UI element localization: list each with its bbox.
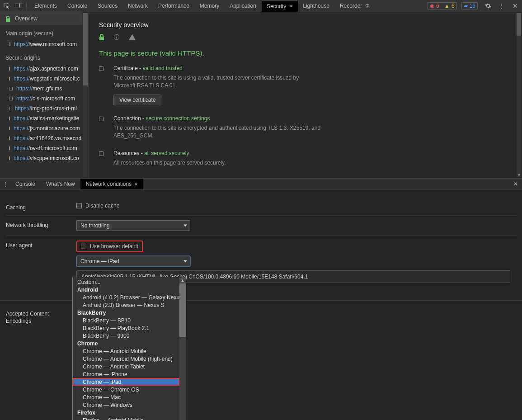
tab-recorder[interactable]: Recorder ⚗ [335, 0, 375, 12]
dropdown-scrollbar-thumb[interactable] [179, 283, 186, 337]
throttling-select[interactable]: No throttling [76, 220, 190, 231]
ua-option[interactable]: Chrome — iPhone [73, 370, 179, 378]
svg-rect-4 [116, 37, 117, 38]
disable-cache-checkbox[interactable] [76, 203, 82, 208]
origin-item[interactable]: https://mem.gfx.ms [0, 84, 82, 94]
security-main: Security overview This page is secure (v… [89, 12, 522, 178]
drawer-panel: ⋮ ConsoleWhat's NewNetwork conditions✕ ✕… [0, 178, 522, 420]
tab-application[interactable]: Application [225, 0, 262, 12]
ua-option[interactable]: BlackBerry — PlayBook 2.1 [73, 324, 179, 332]
close-tab-icon[interactable]: ✕ [134, 182, 138, 187]
status-square-icon [9, 146, 10, 150]
resources-description: All resources on this page are served se… [113, 159, 226, 167]
inspect-icon[interactable] [2, 1, 12, 11]
ua-option[interactable]: Chrome — Android Tablet [73, 363, 179, 370]
throttling-label: Network throttling [6, 220, 73, 228]
ua-group: Android [73, 286, 179, 293]
device-toggle-icon[interactable] [14, 1, 24, 11]
status-square-icon [9, 77, 10, 80]
origin-item[interactable]: https://img-prod-cms-rt-mi [0, 104, 82, 113]
user-agent-label: User agent [6, 241, 73, 249]
svg-rect-5 [116, 36, 117, 36]
chevron-down-icon[interactable]: ▼ [517, 173, 521, 177]
issues-count[interactable]: ▰16 [461, 2, 478, 9]
tab-security[interactable]: Security✕ [262, 0, 298, 12]
status-square-icon [99, 66, 103, 71]
close-tab-icon[interactable]: ✕ [289, 4, 292, 9]
error-count[interactable]: ◉6 ▲6 [428, 2, 457, 9]
ua-option[interactable]: Firefox — Android Mobile [73, 416, 179, 420]
security-panel: Overview Main origin (secure) https://ww… [0, 12, 522, 178]
main-origin-title: Main origin (secure) [0, 25, 82, 39]
status-square-icon [9, 97, 13, 100]
ua-option[interactable]: BlackBerry — BB10 [73, 316, 179, 324]
drawer-menu-icon[interactable]: ⋮ [1, 181, 10, 187]
ua-option[interactable]: Custom... [73, 278, 179, 286]
ua-option[interactable]: Chrome — Mac [73, 393, 179, 401]
experiment-icon: ⚗ [365, 3, 370, 9]
user-agent-select[interactable]: Chrome — iPad [76, 256, 190, 267]
drawer-tab-what-s-new[interactable]: What's New [41, 179, 80, 189]
ua-option[interactable]: BlackBerry — 9900 [73, 332, 179, 340]
close-devtools-icon[interactable]: ✕ [510, 1, 520, 11]
security-sidebar: Overview Main origin (secure) https://ww… [0, 12, 89, 178]
ua-option[interactable]: Chrome — Chrome OS [73, 386, 179, 393]
tab-lighthouse[interactable]: Lighthouse [298, 0, 335, 12]
ua-option[interactable]: Chrome — Android Mobile [73, 347, 179, 355]
ua-option[interactable]: Chrome — iPad [73, 378, 179, 386]
use-browser-default-checkbox[interactable] [81, 244, 86, 249]
accepted-encodings-label: Accepted Content-Encodings [6, 309, 73, 325]
ua-group: BlackBerry [73, 309, 179, 316]
main-scrollbar-thumb[interactable] [517, 13, 521, 36]
status-square-icon [99, 117, 103, 121]
settings-gear-icon[interactable] [483, 1, 493, 11]
close-drawer-icon[interactable]: ✕ [510, 181, 521, 187]
user-agent-dropdown[interactable]: Custom...AndroidAndroid (4.0.2) Browser … [72, 277, 186, 420]
tab-sources[interactable]: Sources [93, 0, 123, 12]
svg-rect-1 [15, 4, 19, 7]
ua-option[interactable]: Chrome — Windows [73, 401, 179, 409]
drawer-tab-console[interactable]: Console [10, 179, 41, 189]
status-square-icon [9, 42, 10, 46]
sidebar-overview-label: Overview [15, 15, 38, 22]
status-square-icon [9, 127, 10, 130]
origin-item[interactable]: https://c.s-microsoft.com [0, 94, 82, 104]
origin-item[interactable]: https://wcpstatic.microsoft.c [0, 74, 82, 84]
origin-item[interactable]: https://ajax.aspnetcdn.com [0, 64, 82, 74]
tab-performance[interactable]: Performance [153, 0, 195, 12]
page-secure-message: This page is secure (valid HTTPS). [99, 49, 512, 57]
chevron-down-icon [183, 225, 187, 227]
lock-icon [99, 34, 104, 40]
origin-item[interactable]: https://statics-marketingsite [0, 113, 82, 123]
origin-item[interactable]: https://vlscppe.microsoft.co [0, 153, 82, 163]
origin-item[interactable]: https://js.monitor.azure.com [0, 123, 82, 133]
chevron-down-icon [183, 260, 187, 263]
kebab-menu-icon[interactable]: ⋮ [497, 1, 507, 11]
sidebar-overview[interactable]: Overview [0, 12, 82, 25]
scroll-up-icon[interactable]: ▲ [179, 277, 186, 283]
main-scrollbar-track [517, 13, 521, 177]
ua-option[interactable]: Chrome — Android Mobile (high-end) [73, 355, 179, 363]
origin-item[interactable]: https://az416426.vo.msecnd [0, 133, 82, 143]
caching-row: Caching Disable cache [6, 198, 517, 216]
drawer-tab-network-conditions[interactable]: Network conditions✕ [80, 179, 143, 189]
certificate-description: The connection to this site is using a v… [113, 74, 321, 90]
tab-elements[interactable]: Elements [29, 0, 62, 12]
ua-option[interactable]: Android (2.3) Browser — Nexus S [73, 301, 179, 309]
tab-memory[interactable]: Memory [195, 0, 225, 12]
tab-network[interactable]: Network [123, 0, 153, 12]
svg-rect-2 [20, 3, 22, 8]
sidebar-scrollbar-thumb[interactable] [83, 13, 88, 85]
tab-console[interactable]: Console [62, 0, 93, 12]
origin-item[interactable]: https://ov-df.microsoft.com [0, 143, 82, 153]
view-certificate-button[interactable]: View certificate [113, 94, 161, 105]
caching-label: Caching [6, 203, 73, 211]
status-square-icon [9, 67, 10, 71]
main-origin-item[interactable]: https://www.microsoft.com [0, 39, 82, 49]
ua-option[interactable]: Android (4.0.2) Browser — Galaxy Nexus [73, 293, 179, 301]
status-square-icon [9, 87, 13, 90]
info-icon [113, 34, 120, 40]
ua-group: Firefox [73, 409, 179, 416]
status-square-icon [9, 117, 10, 120]
warning-icon [129, 34, 136, 40]
